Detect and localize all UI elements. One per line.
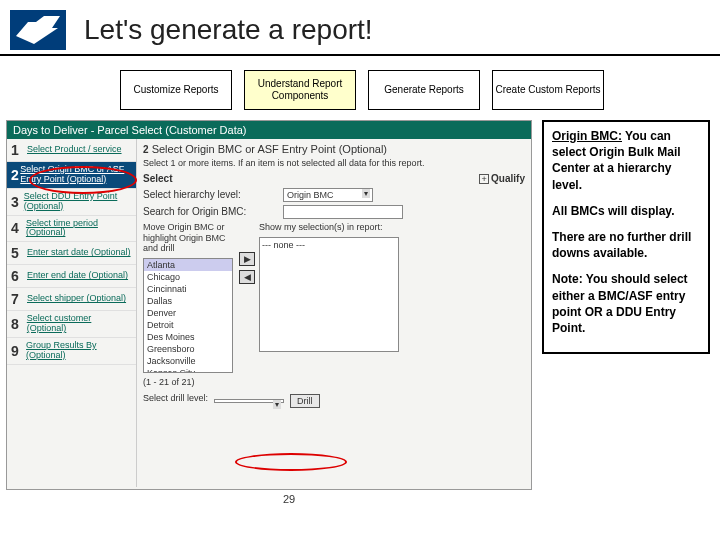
hierarchy-label: Select hierarchy level: <box>143 189 283 200</box>
page-title: Let's generate a report! <box>84 14 373 46</box>
hierarchy-dropdown[interactable]: Origin BMC <box>283 188 373 202</box>
selection-listbox[interactable]: --- none --- <box>259 237 399 352</box>
step-9[interactable]: 9Group Results By (Optional) <box>7 338 136 365</box>
step-7[interactable]: 7Select shipper (Optional) <box>7 288 136 311</box>
workflow-tabs: Customize Reports Understand Report Comp… <box>0 56 720 120</box>
add-button[interactable]: ▶ <box>239 252 255 266</box>
instruction-text: Select 1 or more items. If an item is no… <box>143 158 525 169</box>
list-item[interactable]: Kansas City <box>144 367 232 373</box>
drill-level-dropdown[interactable] <box>214 399 284 403</box>
list-item[interactable]: Des Moines <box>144 331 232 343</box>
move-label: Move Origin BMC or highlight Origin BMC … <box>143 222 235 254</box>
step-3[interactable]: 3Select DDU Entry Point (Optional) <box>7 189 136 216</box>
wizard-steps: 1Select Product / service 2Select Origin… <box>7 139 137 487</box>
drill-button[interactable]: Drill <box>290 394 320 408</box>
annot-heading: Origin BMC: <box>552 129 622 143</box>
drill-level-label: Select drill level: <box>143 393 208 404</box>
search-input[interactable] <box>283 205 403 219</box>
app-screenshot: Days to Deliver - Parcel Select (Custome… <box>6 120 532 490</box>
remove-button[interactable]: ◀ <box>239 270 255 284</box>
list-item[interactable]: Greensboro <box>144 343 232 355</box>
step-6[interactable]: 6Enter end date (Optional) <box>7 265 136 288</box>
list-item[interactable]: Chicago <box>144 271 232 283</box>
slide-header: Let's generate a report! <box>0 0 720 56</box>
annot-p2: All BMCs will display. <box>552 203 700 219</box>
tab-create-custom[interactable]: Create Custom Reports <box>492 70 604 110</box>
list-item[interactable]: Cincinnati <box>144 283 232 295</box>
step-8[interactable]: 8Select customer (Optional) <box>7 311 136 338</box>
tab-generate-reports[interactable]: Generate Reports <box>368 70 480 110</box>
step-2[interactable]: 2Select Origin BMC or ASF Entry Point (O… <box>7 162 136 189</box>
list-item[interactable]: Jacksonville <box>144 355 232 367</box>
search-label: Search for Origin BMC: <box>143 206 283 217</box>
usps-logo <box>10 10 66 50</box>
tab-customize-reports[interactable]: Customize Reports <box>120 70 232 110</box>
list-item[interactable]: Dallas <box>144 295 232 307</box>
step-panel: 2 Select Origin BMC or ASF Entry Point (… <box>137 139 531 487</box>
origin-bmc-listbox[interactable]: Atlanta Chicago Cincinnati Dallas Denver… <box>143 258 233 373</box>
list-pager: (1 - 21 of 21) <box>143 377 525 387</box>
step-4[interactable]: 4Select time period (Optional) <box>7 216 136 243</box>
tab-understand-components[interactable]: Understand Report Components <box>244 70 356 110</box>
show-selection-label: Show my selection(s) in report: <box>259 222 399 233</box>
list-item[interactable]: Detroit <box>144 319 232 331</box>
plus-icon: + <box>479 174 489 184</box>
annotation-box: Origin BMC: You can select Origin Bulk M… <box>542 120 710 354</box>
select-section-label: Select <box>143 173 172 184</box>
step-1[interactable]: 1Select Product / service <box>7 139 136 162</box>
step-5[interactable]: 5Enter start date (Optional) <box>7 242 136 265</box>
annot-p4: Note: You should select either a BMC/ASF… <box>552 271 700 336</box>
qualify-toggle[interactable]: +Qualify <box>479 173 525 184</box>
slide-number: 29 <box>283 493 295 505</box>
list-item[interactable]: Denver <box>144 307 232 319</box>
report-title-bar: Days to Deliver - Parcel Select (Custome… <box>7 121 531 139</box>
annot-p3: There are no further drill downs availab… <box>552 229 700 261</box>
list-item[interactable]: Atlanta <box>144 259 232 271</box>
